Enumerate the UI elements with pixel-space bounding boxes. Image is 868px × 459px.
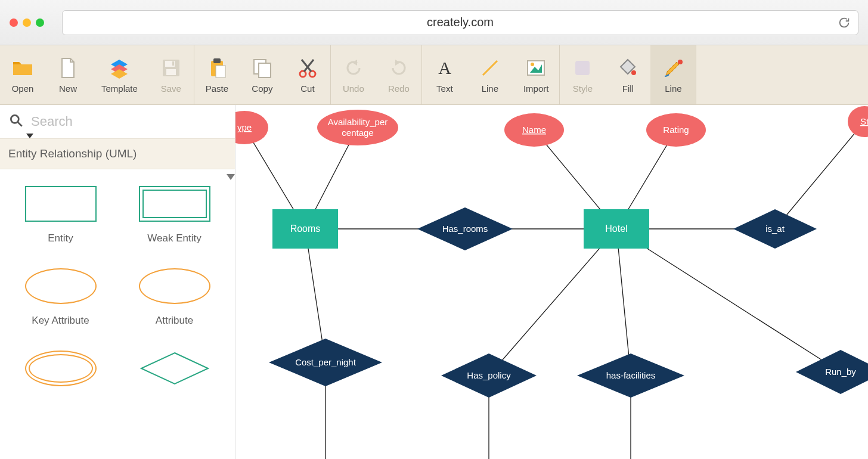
connector[interactable] bbox=[775, 122, 864, 229]
line-tool-button[interactable]: Line bbox=[650, 45, 696, 104]
text-icon: A bbox=[433, 56, 457, 80]
image-icon bbox=[524, 56, 548, 80]
svg-text:Hotel: Hotel bbox=[605, 224, 627, 234]
browser-chrome: creately.com bbox=[0, 0, 868, 45]
svg-text:ype: ype bbox=[237, 122, 252, 132]
diagram-canvas[interactable]: ypeAvailability_percentageNameRatingStRo… bbox=[235, 105, 868, 459]
svg-rect-11 bbox=[259, 63, 271, 77]
search-icon bbox=[8, 113, 24, 131]
toolbar-label: Cut bbox=[300, 83, 314, 94]
entity-rooms[interactable]: Rooms bbox=[272, 209, 338, 249]
toolbar-label: Paste bbox=[206, 83, 228, 94]
svg-text:Run_by: Run_by bbox=[825, 367, 856, 377]
line-button[interactable]: Line bbox=[467, 45, 513, 104]
shape-key-attribute[interactable]: Key Attribute bbox=[6, 268, 115, 327]
svg-rect-23 bbox=[575, 61, 590, 75]
svg-text:A: A bbox=[438, 58, 451, 77]
stack-icon bbox=[107, 56, 131, 80]
shape-attribute[interactable]: Attribute bbox=[120, 268, 229, 327]
search-input[interactable] bbox=[31, 114, 227, 129]
paste-button[interactable]: Paste bbox=[194, 45, 240, 104]
shapes-sidebar: Entity Relationship (UML) Entity Weak En… bbox=[0, 105, 235, 459]
svg-point-25 bbox=[678, 60, 683, 64]
svg-rect-5 bbox=[166, 69, 176, 75]
address-bar[interactable]: creately.com bbox=[62, 10, 858, 35]
svg-marker-2 bbox=[111, 69, 128, 79]
toolbar-label: Save bbox=[161, 83, 181, 94]
undo-icon bbox=[342, 56, 365, 80]
svg-text:Rating: Rating bbox=[663, 125, 689, 135]
svg-point-26 bbox=[11, 115, 18, 123]
toolbar-label: Line bbox=[665, 83, 681, 94]
save-icon bbox=[159, 56, 183, 80]
relationship-has-facilities[interactable]: has-facilities bbox=[577, 353, 684, 398]
file-icon bbox=[56, 56, 80, 80]
copy-button[interactable]: Copy bbox=[240, 45, 285, 104]
minimize-window-button[interactable] bbox=[23, 18, 31, 27]
svg-line-19 bbox=[483, 61, 497, 75]
attribute-availability[interactable]: Availability_percentage bbox=[317, 110, 398, 145]
toolbar-label: Style bbox=[573, 83, 593, 94]
toolbar-label: Fill bbox=[622, 83, 634, 94]
toolbar-label: Template bbox=[101, 83, 138, 94]
cut-button[interactable]: Cut bbox=[285, 45, 330, 104]
line-draw-icon bbox=[478, 56, 502, 80]
open-button[interactable]: Open bbox=[0, 45, 45, 104]
toolbar-label: New bbox=[59, 83, 77, 94]
paste-icon bbox=[205, 56, 229, 80]
text-button[interactable]: AText bbox=[422, 45, 467, 104]
svg-marker-17 bbox=[395, 60, 400, 66]
relationship-has-policy[interactable]: Has_policy bbox=[441, 353, 537, 398]
new-button[interactable]: New bbox=[45, 45, 91, 104]
svg-text:Availability_per: Availability_per bbox=[328, 117, 388, 127]
toolbar-label: Text bbox=[436, 83, 453, 94]
svg-text:is_at: is_at bbox=[765, 224, 785, 234]
relationship-has-rooms[interactable]: Has_rooms bbox=[417, 207, 513, 250]
window-controls bbox=[10, 18, 44, 27]
copy-icon bbox=[250, 56, 274, 80]
connector[interactable] bbox=[616, 229, 841, 372]
svg-marker-28 bbox=[26, 134, 33, 138]
svg-text:centage: centage bbox=[342, 128, 373, 138]
url-text: creately.com bbox=[427, 15, 494, 29]
svg-rect-8 bbox=[213, 58, 221, 63]
svg-marker-16 bbox=[352, 60, 357, 66]
folder-icon bbox=[11, 56, 35, 80]
toolbar-label: Line bbox=[482, 83, 498, 94]
shape-multivalued-attribute[interactable] bbox=[6, 351, 115, 397]
save-button: Save bbox=[148, 45, 194, 104]
import-button[interactable]: Import bbox=[513, 45, 560, 104]
connector[interactable] bbox=[616, 229, 631, 376]
shape-weak-entity[interactable]: Weak Entity bbox=[120, 186, 229, 244]
template-button[interactable]: Template bbox=[91, 45, 148, 104]
close-window-button[interactable] bbox=[10, 18, 18, 27]
shape-category-header[interactable]: Entity Relationship (UML) bbox=[0, 138, 235, 169]
relationship-cost-per-night[interactable]: Cost_per_night bbox=[269, 339, 382, 386]
svg-rect-9 bbox=[216, 66, 225, 77]
svg-point-24 bbox=[631, 70, 636, 75]
style-icon bbox=[571, 56, 594, 80]
entity-hotel[interactable]: Hotel bbox=[584, 209, 649, 249]
scroll-up-icon[interactable] bbox=[227, 174, 235, 182]
attribute-rating[interactable]: Rating bbox=[646, 113, 706, 147]
svg-marker-29 bbox=[141, 353, 208, 384]
svg-point-22 bbox=[531, 63, 534, 66]
undo-button: Undo bbox=[331, 45, 376, 104]
fill-icon bbox=[616, 56, 640, 80]
reload-icon[interactable] bbox=[838, 16, 851, 29]
shape-relationship[interactable] bbox=[120, 351, 229, 397]
maximize-window-button[interactable] bbox=[36, 18, 44, 27]
svg-text:St: St bbox=[860, 116, 868, 126]
svg-text:Has_rooms: Has_rooms bbox=[442, 224, 488, 234]
attribute-st[interactable]: St bbox=[848, 106, 868, 137]
connector[interactable] bbox=[489, 229, 616, 376]
attribute-name[interactable]: Name bbox=[504, 113, 564, 147]
relationship-is-at[interactable]: is_at bbox=[733, 209, 817, 249]
toolbar-label: Redo bbox=[388, 83, 410, 94]
relationship-run-by[interactable]: Run_by bbox=[796, 350, 868, 394]
cut-icon bbox=[296, 56, 320, 80]
fill-button[interactable]: Fill bbox=[605, 45, 650, 104]
shape-entity[interactable]: Entity bbox=[6, 186, 115, 244]
toolbar-label: Undo bbox=[343, 83, 364, 94]
attribute-type[interactable]: ype bbox=[235, 111, 268, 144]
